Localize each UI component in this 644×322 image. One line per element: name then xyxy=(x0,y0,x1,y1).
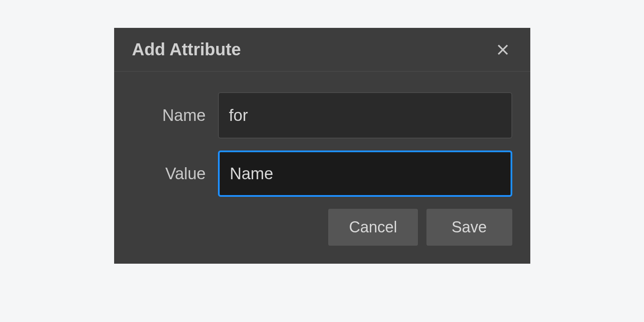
name-input[interactable] xyxy=(218,92,512,138)
close-button[interactable] xyxy=(493,40,512,59)
dialog-body: Name Value Cancel Save xyxy=(114,72,530,264)
value-input[interactable] xyxy=(218,150,512,197)
value-label: Value xyxy=(132,165,218,183)
name-label: Name xyxy=(132,106,218,125)
save-button[interactable]: Save xyxy=(426,209,512,246)
dialog-header: Add Attribute xyxy=(114,28,530,72)
value-row: Value xyxy=(132,150,512,197)
close-icon xyxy=(495,42,511,57)
cancel-button[interactable]: Cancel xyxy=(328,209,417,246)
add-attribute-dialog: Add Attribute Name Value Cancel Save xyxy=(114,28,530,264)
button-row: Cancel Save xyxy=(132,209,512,246)
name-row: Name xyxy=(132,92,512,138)
dialog-title: Add Attribute xyxy=(132,40,241,59)
